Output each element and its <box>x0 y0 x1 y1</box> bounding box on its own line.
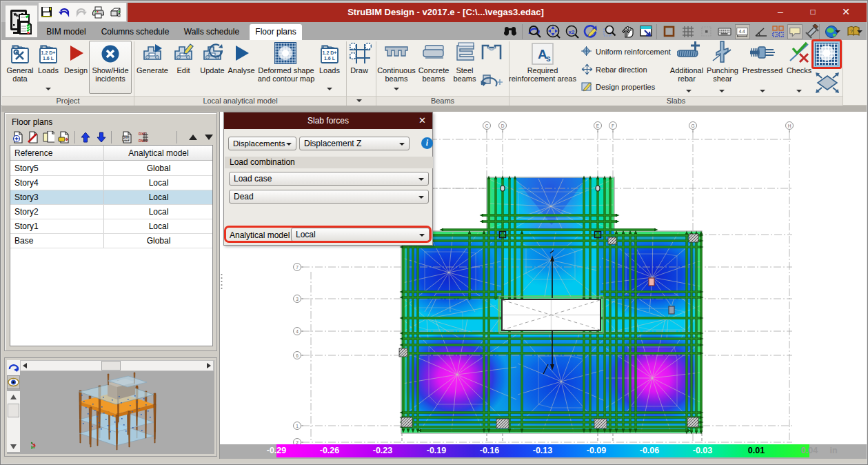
svg-text:?: ? <box>850 29 853 34</box>
svg-text:1.6 L: 1.6 L <box>324 56 336 61</box>
svg-text:D: D <box>501 123 505 128</box>
svg-text:1.6 L: 1.6 L <box>43 56 54 61</box>
svg-text:s: s <box>546 54 551 63</box>
svg-text:H: H <box>788 123 791 128</box>
svg-text:1: 1 <box>296 424 299 428</box>
svg-text:4: 4 <box>296 329 299 334</box>
svg-text:x2: x2 <box>569 29 575 35</box>
svg-text:7: 7 <box>296 265 299 270</box>
svg-text:F: F <box>612 123 614 128</box>
svg-text:G: G <box>691 123 694 128</box>
svg-text:4.4: 4.4 <box>739 29 745 34</box>
svg-text:1.2 D+: 1.2 D+ <box>323 50 337 55</box>
svg-text:3: 3 <box>296 297 299 301</box>
svg-text:DXF: DXF <box>139 132 147 136</box>
svg-text:1.2 D+: 1.2 D+ <box>41 50 56 55</box>
svg-text:E: E <box>596 123 600 128</box>
svg-text:6: 6 <box>296 353 299 358</box>
svg-text:DWG: DWG <box>123 139 130 142</box>
svg-text:C: C <box>485 123 489 128</box>
